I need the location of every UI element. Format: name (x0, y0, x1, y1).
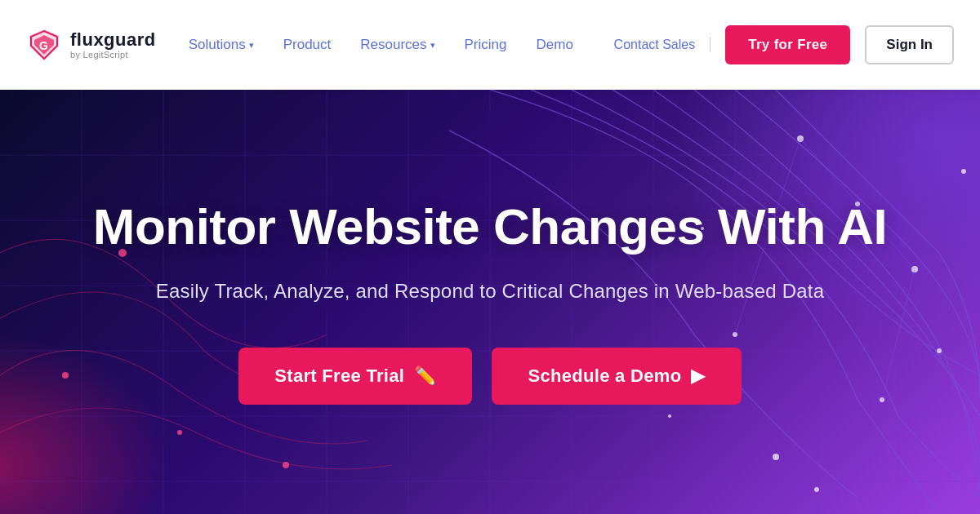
hero-buttons: Start Free Trial ✏️ Schedule a Demo ▶ (93, 348, 888, 405)
chevron-down-icon: ▾ (430, 40, 435, 51)
contact-sales-link[interactable]: Contact Sales (614, 38, 711, 52)
hero-subtitle: Easily Track, Analyze, and Respond to Cr… (93, 277, 888, 305)
svg-point-29 (937, 348, 942, 353)
logo-text: fluxguard by LegitScript (70, 30, 156, 60)
nav-solutions[interactable]: Solutions ▾ (189, 37, 254, 53)
logo-sub: by LegitScript (70, 50, 156, 60)
nav-resources[interactable]: Resources ▾ (360, 37, 434, 53)
schedule-demo-label: Schedule a Demo (528, 366, 681, 387)
logo-area[interactable]: G fluxguard by LegitScript (26, 27, 156, 63)
nav-right: Contact Sales Try for Free Sign In (614, 25, 954, 64)
svg-point-23 (797, 135, 804, 142)
chevron-down-icon: ▾ (249, 40, 254, 51)
nav-pricing[interactable]: Pricing (465, 37, 507, 53)
edit-icon: ✏️ (414, 366, 436, 387)
nav-product[interactable]: Product (283, 37, 332, 53)
svg-point-32 (961, 169, 966, 174)
schedule-demo-button[interactable]: Schedule a Demo ▶ (492, 348, 741, 405)
hero-content: Monitor Website Changes With AI Easily T… (60, 199, 920, 405)
nav-links: Solutions ▾ Product Resources ▾ Pricing … (189, 37, 614, 53)
svg-point-37 (283, 462, 289, 468)
sign-in-button[interactable]: Sign In (865, 25, 954, 64)
logo-name: fluxguard (70, 30, 156, 50)
navbar: G fluxguard by LegitScript Solutions ▾ P… (0, 0, 980, 90)
nav-demo[interactable]: Demo (537, 37, 573, 53)
svg-text:G: G (39, 39, 48, 52)
svg-point-36 (177, 430, 182, 435)
svg-point-33 (668, 414, 671, 418)
svg-point-28 (773, 454, 779, 460)
svg-point-30 (814, 487, 819, 492)
play-icon: ▶ (691, 366, 705, 387)
hero-title: Monitor Website Changes With AI (93, 199, 888, 255)
hero-section: Monitor Website Changes With AI Easily T… (0, 90, 980, 514)
logo-shield-icon: G (26, 27, 62, 63)
start-free-trial-button[interactable]: Start Free Trial ✏️ (238, 348, 472, 405)
start-trial-label: Start Free Trial (274, 366, 404, 387)
try-for-free-button[interactable]: Try for Free (725, 25, 850, 64)
svg-line-38 (800, 139, 858, 204)
